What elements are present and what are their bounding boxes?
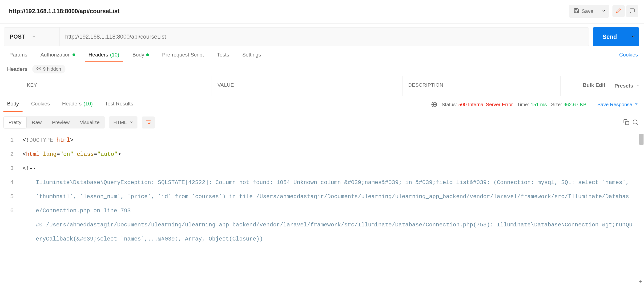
response-tabs: Body Cookies Headers (10) Test Results S… — [0, 96, 644, 113]
comment-icon — [630, 8, 635, 14]
tab-settings[interactable]: Settings — [238, 49, 265, 62]
col-key: KEY — [21, 76, 212, 96]
tab-count: (10) — [110, 52, 119, 58]
code-lines: <!DOCTYPE html><html lang="en" class="au… — [22, 133, 644, 280]
tab-label: Headers — [62, 101, 82, 107]
line-gutter: 123456 — [0, 133, 22, 280]
view-preview-button[interactable]: Preview — [47, 116, 75, 128]
headers-label: Headers — [7, 66, 28, 72]
more-options-button[interactable] — [561, 76, 578, 96]
method-value: POST — [10, 34, 25, 40]
search-response-button[interactable] — [632, 119, 638, 126]
tab-tests[interactable]: Tests — [213, 49, 233, 62]
chevron-down-icon — [602, 9, 606, 14]
globe-icon[interactable] — [431, 102, 437, 108]
top-bar: http://192.168.1.118:8000/api/courseList… — [0, 0, 644, 24]
folding-plus-icon[interactable] — [638, 279, 643, 284]
size-label: Size: — [551, 102, 562, 107]
url-row: POST Send — [0, 24, 644, 49]
language-value: HTML — [113, 120, 127, 125]
chevron-down-icon — [631, 34, 636, 40]
request-tabs: Params Authorization Headers (10) Body P… — [0, 49, 644, 62]
save-response-button[interactable]: Save Response — [598, 102, 638, 107]
svg-rect-7 — [626, 121, 629, 124]
scrollbar-thumb[interactable] — [639, 134, 644, 145]
status-label: Status: — [442, 102, 457, 107]
bulk-edit-button[interactable]: Bulk Edit — [578, 76, 610, 96]
tab-resp-body[interactable]: Body — [3, 98, 22, 112]
view-visualize-button[interactable]: Visualize — [75, 116, 105, 128]
tab-resp-test-results[interactable]: Test Results — [101, 98, 137, 112]
comment-button[interactable] — [626, 5, 638, 17]
save-button[interactable]: Save — [569, 5, 598, 18]
status-dot-icon — [72, 54, 75, 56]
svg-line-9 — [636, 123, 638, 124]
method-select[interactable]: POST — [4, 28, 60, 46]
col-value: VALUE — [212, 76, 402, 96]
view-pretty-button[interactable]: Pretty — [3, 116, 26, 128]
tab-label: Authorization — [40, 52, 70, 58]
response-body-code[interactable]: 123456 <!DOCTYPE html><html lang="en" cl… — [0, 132, 644, 285]
request-tab-title: http://192.168.1.118:8000/api/courseList — [9, 8, 569, 14]
status-text: Internal Server Error — [468, 102, 513, 107]
send-dropdown[interactable] — [627, 27, 639, 46]
headers-subheader: Headers 9 hidden — [0, 62, 644, 76]
headers-table-header: KEY VALUE DESCRIPTION Bulk Edit Presets — [0, 76, 644, 96]
time-label: Time: — [517, 102, 529, 107]
url-input[interactable] — [60, 28, 589, 46]
pencil-icon — [616, 8, 622, 14]
wrap-lines-button[interactable] — [142, 116, 155, 128]
language-select[interactable]: HTML — [109, 116, 138, 128]
method-url-group: POST — [4, 27, 589, 46]
col-description: DESCRIPTION — [402, 76, 561, 96]
hidden-label: 9 hidden — [43, 66, 61, 72]
send-group: Send — [593, 27, 639, 46]
chevron-down-icon — [32, 34, 36, 40]
tab-label: Headers — [88, 52, 108, 58]
tab-label: Body — [132, 52, 144, 58]
save-response-label: Save Response — [598, 102, 632, 107]
response-meta: Status: 500 Internal Server Error Time: … — [431, 102, 638, 108]
presets-button[interactable]: Presets — [610, 76, 644, 96]
save-label: Save — [582, 8, 594, 14]
hidden-headers-toggle[interactable]: 9 hidden — [32, 65, 66, 74]
save-group: Save — [569, 5, 609, 18]
cookies-link[interactable]: Cookies — [619, 49, 638, 62]
tab-headers[interactable]: Headers (10) — [85, 49, 123, 62]
status-dot-icon — [146, 54, 149, 56]
tab-resp-headers[interactable]: Headers (10) — [58, 98, 96, 112]
tab-count: (10) — [84, 101, 93, 107]
view-raw-button[interactable]: Raw — [26, 116, 47, 128]
edit-button[interactable] — [612, 5, 625, 17]
icon-group — [612, 5, 638, 17]
response-actions — [623, 119, 638, 126]
top-actions: Save — [569, 5, 638, 18]
send-button[interactable]: Send — [593, 27, 627, 46]
presets-label: Presets — [614, 83, 633, 89]
response-view-row: Pretty Raw Preview Visualize HTML — [0, 113, 644, 132]
chevron-down-icon — [636, 83, 640, 89]
size-value: 962.67 KB — [564, 102, 586, 107]
tab-prerequest[interactable]: Pre-request Script — [158, 49, 208, 62]
save-dropdown[interactable] — [598, 5, 609, 18]
col-checkbox — [0, 76, 21, 96]
copy-button[interactable] — [623, 119, 630, 126]
wrap-icon — [146, 119, 151, 126]
eye-icon — [36, 66, 41, 72]
chevron-down-icon — [130, 120, 133, 125]
save-icon — [574, 8, 579, 15]
svg-point-0 — [38, 68, 39, 69]
tab-body[interactable]: Body — [129, 49, 153, 62]
tab-authorization[interactable]: Authorization — [37, 49, 79, 62]
tab-resp-cookies[interactable]: Cookies — [27, 98, 54, 112]
time-value: 151 ms — [530, 102, 547, 107]
tab-params[interactable]: Params — [6, 49, 31, 62]
view-mode-segment: Pretty Raw Preview Visualize — [3, 116, 105, 128]
status-code: 500 — [458, 102, 467, 107]
chevron-down-icon — [634, 102, 638, 107]
